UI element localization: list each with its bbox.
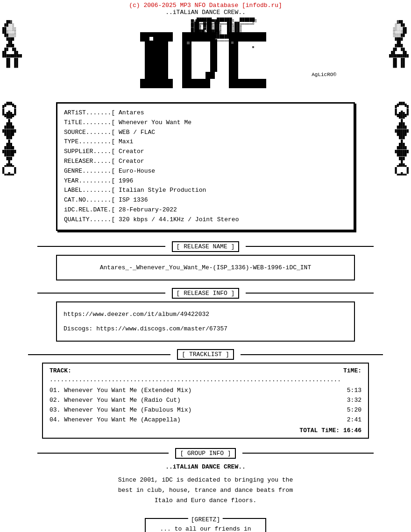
divider-line-left xyxy=(37,246,165,247)
label-label: LABEL........[ xyxy=(64,187,115,194)
divider-line-right2 xyxy=(246,293,374,294)
logo-ascii-art: ██╗██████╗ ██████╗ ██║██╔══██╗██╔════╝ █… xyxy=(191,20,220,35)
info-year: YEAR.........[ 1996 xyxy=(64,176,347,186)
info-type: TYPE.........[ Maxi xyxy=(64,137,347,147)
total-label: TOTAL TiME: xyxy=(299,427,340,434)
info-catno: CAT.NO.......[ ISP 1336 xyxy=(64,196,347,205)
group-info-label: [ GROUP INFO ] xyxy=(175,448,235,459)
source-label: SOURCE.......[ xyxy=(64,129,115,136)
main-content-area: ▄███▄ █▀ ▀█ █ ▄ █ █▄███▄█ ▀███▀ █ ███ ██… xyxy=(0,102,411,532)
release-info-line1: https://www.deezer.com/it/album/49422032 xyxy=(64,307,347,322)
track-title: 03. Whenever You Want Me (Fabulous Mix) xyxy=(50,406,191,415)
svg-rect-6 xyxy=(182,79,210,88)
svg-rect-2 xyxy=(140,32,173,42)
track-time: 3:32 xyxy=(347,396,361,406)
tracklist-label: [ TRACKLIST ] xyxy=(177,349,234,360)
type-value: Maxi xyxy=(119,138,133,145)
release-name-value: Antares_-_Whenever_You_Want_Me-(ISP_1336… xyxy=(64,260,347,275)
label-value: Italian Style Production xyxy=(119,187,206,194)
info-releaser: RELEASER.....[ Creator xyxy=(64,157,347,167)
quality-value: 320 kbps / 44.1KHz / Joint Stereo xyxy=(119,216,239,223)
release-info-line2: Discogs: https://www.discogs.com/master/… xyxy=(64,322,347,336)
quality-label: QUALiTY......[ xyxy=(64,216,115,223)
type-label: TYPE.........[ xyxy=(64,138,115,145)
track-time: 5:13 xyxy=(347,386,361,396)
tracklist-row: 02. Whenever You Want Me (Radio Cut)3:32 xyxy=(50,396,361,406)
release-name-box: Antares_-_Whenever_You_Want_Me-(ISP_1336… xyxy=(56,255,355,280)
catno-label: CAT.NO.......[ xyxy=(64,196,115,203)
divider-line-right xyxy=(246,246,374,247)
title-label: TiTLE........[ xyxy=(64,119,115,126)
tracklist-total: TOTAL TiME: 16:46 xyxy=(50,427,361,434)
tracklist-row: 01. Whenever You Want Me (Extended Mix)5… xyxy=(50,386,361,396)
info-label: LABEL........[ Italian Style Production xyxy=(64,186,347,196)
greetz-box: [GREETZ] ... to all our friends in the s… xyxy=(145,518,266,532)
info-quality: QUALiTY......[ 320 kbps / 44.1KHz / Join… xyxy=(64,215,347,225)
copyright-text: (c) 2006-2025 MP3 NFO Database [infodb.r… xyxy=(0,2,411,9)
track-time: 2:41 xyxy=(347,415,361,425)
track-title: 02. Whenever You Want Me (Radio Cut) xyxy=(50,396,181,406)
right-side-ornament: ▄███▄ █▀ ▀█ █ ▄ █ █▄███▄█ ▀███▀ █ ███ ██… xyxy=(395,102,409,181)
artist-value: Antares xyxy=(119,109,144,116)
svg-rect-8 xyxy=(206,72,215,79)
genre-label: GENRE........[ xyxy=(64,168,115,175)
info-artist: ARTiST.......[ Antares xyxy=(64,108,347,118)
year-value: 1996 xyxy=(119,177,133,184)
releaser-label: RELEASER.....[ xyxy=(64,158,115,165)
release-name-divider: [ RELEASE NAME ] xyxy=(37,241,374,252)
group-info-box: ..iTALiAN DANCE CREW.. Since 2001, iDC i… xyxy=(0,462,411,506)
svg-rect-3 xyxy=(140,79,173,88)
aylicro-label: AgLicRO© xyxy=(312,72,336,77)
info-genre: GENRE........[ Euro-House xyxy=(64,167,347,176)
release-info-box: https://www.deezer.com/it/album/49422032… xyxy=(56,301,355,342)
svg-rect-16 xyxy=(252,46,254,48)
reldate-label: iDC.REL.DATE.[ xyxy=(64,206,115,213)
supplier-label: SUPPLiER.....[ xyxy=(64,148,115,155)
info-reldate: iDC.REL.DATE.[ 28-February-2022 xyxy=(64,205,347,215)
source-value: WEB / FLAC xyxy=(119,129,155,136)
group-description: Since 2001, iDC is dedicated to bringing… xyxy=(0,475,411,506)
divider-line-right3 xyxy=(241,354,383,355)
title-value: Whenever You Want Me xyxy=(119,119,191,126)
reldate-value: 28-February-2022 xyxy=(119,206,177,213)
release-name-label: [ RELEASE NAME ] xyxy=(172,241,240,252)
group-name: ..iTALiAN DANCE CREW.. xyxy=(0,462,411,472)
svg-rect-15 xyxy=(231,42,234,44)
tracklist-box: TRACK: TiME: ...........................… xyxy=(42,363,369,438)
header: (c) 2006-2025 MP3 NFO Database [infodb.r… xyxy=(0,0,411,16)
right-ornament: ▓██ ▒░░██ ▒▒░░░██ ▒░░░▒██ ▒▒▒▒██ ████ ██… xyxy=(389,21,409,72)
track-title: 04. Whenever You Want Me (Acappella) xyxy=(50,415,181,425)
greetz-section: [GREETZ] ... to all our friends in the s… xyxy=(0,518,411,532)
info-box: ARTiST.......[ Antares TiTLE........[ Wh… xyxy=(56,102,355,231)
greetz-title: [GREETZ] xyxy=(188,514,223,525)
info-source: SOURCE.......[ WEB / FLAC xyxy=(64,128,347,138)
tracklist-header: TRACK: TiME: xyxy=(50,367,361,374)
genre-value: Euro-House xyxy=(119,168,155,175)
track-col-header: TRACK: xyxy=(50,367,71,374)
info-title: TiTLE........[ Whenever You Want Me xyxy=(64,118,347,128)
left-side-ornament: ▄███▄ █▀ ▀█ █ ▄ █ █▄███▄█ ▀███▀ █ ███ ██… xyxy=(2,102,16,181)
tracklist-row: 04. Whenever You Want Me (Acappella)2:41 xyxy=(50,415,361,425)
artist-label: ARTiST.......[ xyxy=(64,109,115,116)
crew-name-header: ..iTALiAN DANCE CREW.. xyxy=(0,9,411,16)
supplier-value: Creator xyxy=(119,148,144,155)
svg-rect-9 xyxy=(210,39,217,72)
releaser-value: Creator xyxy=(119,158,144,165)
divider-line-left4 xyxy=(37,453,169,454)
time-col-header: TiME: xyxy=(343,367,361,374)
left-ornament: ██▓ ██░░▒ ██░░░▒▒ ██▒░░░▒ ██▒▒▒▒ ████ ██… xyxy=(2,21,22,72)
tracklist-row: 03. Whenever You Want Me (Fabulous Mix)5… xyxy=(50,406,361,415)
divider-line-right4 xyxy=(242,453,374,454)
tracklist-rows: 01. Whenever You Want Me (Extended Mix)5… xyxy=(50,386,361,425)
tracklist-dots: ........................................… xyxy=(50,376,361,383)
divider-line-left2 xyxy=(37,293,165,294)
catno-value: ISP 1336 xyxy=(119,196,148,203)
year-label: YEAR.........[ xyxy=(64,177,115,184)
group-info-divider: [ GROUP INFO ] xyxy=(37,448,374,459)
banner-area: ██████╗ ██████╗ ██████╗ ██╔══██╗██╔══██╗… xyxy=(0,16,411,102)
track-time: 5:20 xyxy=(347,406,361,415)
release-info-label: [ RELEASE INFO ] xyxy=(172,288,240,299)
page: (c) 2006-2025 MP3 NFO Database [infodb.r… xyxy=(0,0,411,532)
svg-rect-14 xyxy=(187,42,190,44)
divider-line-left3 xyxy=(28,354,170,355)
